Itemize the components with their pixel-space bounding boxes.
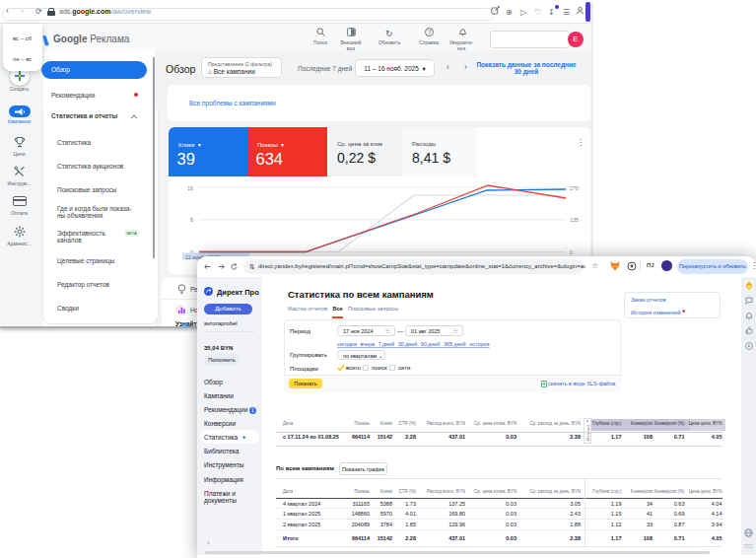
svg-text:0: 0 xyxy=(570,249,573,255)
svg-text:16: 16 xyxy=(187,185,193,191)
svg-text:270: 270 xyxy=(570,185,579,191)
svg-text:8: 8 xyxy=(190,217,193,223)
svg-text:?: ? xyxy=(428,29,432,35)
svg-text:135: 135 xyxy=(570,217,579,223)
